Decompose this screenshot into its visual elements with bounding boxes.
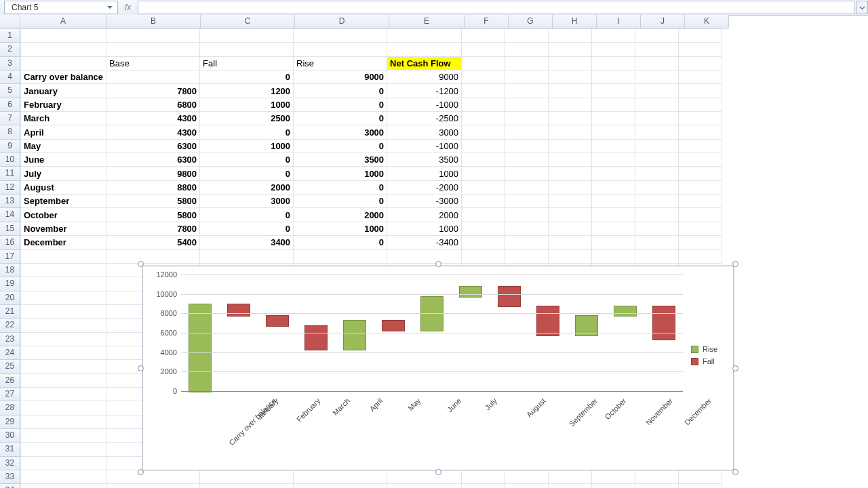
cell[interactable] [294,29,387,43]
cell[interactable] [679,484,722,488]
cell[interactable] [21,443,106,456]
row-header[interactable]: 8 [0,125,20,139]
cell[interactable] [549,29,592,43]
cell[interactable] [635,112,679,125]
cell[interactable]: 5800 [106,208,200,222]
cell[interactable] [679,125,722,139]
row-header[interactable]: 10 [0,153,20,167]
cell[interactable] [106,484,200,488]
cell[interactable] [294,470,387,484]
cell[interactable] [549,222,592,235]
cell[interactable] [294,43,387,56]
row-header[interactable]: 11 [0,167,20,180]
cell[interactable] [462,112,505,125]
cell[interactable]: June [21,153,106,167]
cell[interactable]: 0 [294,195,387,208]
cell[interactable] [21,401,106,415]
row-header[interactable]: 4 [0,70,20,84]
cell[interactable] [679,112,722,125]
cell[interactable]: 9800 [106,167,200,180]
cell[interactable] [679,236,722,249]
cell[interactable] [549,236,592,249]
cell[interactable] [592,125,635,139]
cell[interactable]: 3000 [294,125,387,139]
row-header[interactable]: 17 [0,250,20,264]
cell[interactable] [21,484,106,488]
cell[interactable] [106,29,200,43]
cell[interactable] [679,43,722,56]
cell[interactable] [387,29,462,43]
cell[interactable]: November [21,222,106,235]
cell[interactable]: 4300 [106,112,200,125]
cell[interactable]: 2500 [200,112,294,125]
fx-icon[interactable]: fx [125,3,131,12]
cell[interactable] [592,167,635,180]
cell[interactable] [505,139,549,152]
cell[interactable]: 1000 [387,167,462,180]
cell[interactable] [635,236,679,249]
cell[interactable] [462,125,505,139]
cell[interactable] [505,125,549,139]
cell[interactable] [679,208,722,222]
cell[interactable] [200,470,294,484]
chart-legend[interactable]: Rise Fall [691,341,728,369]
cell[interactable] [505,70,549,84]
cell[interactable] [462,208,505,222]
cell[interactable] [635,180,679,194]
cell[interactable] [106,43,200,56]
cell[interactable]: 8800 [106,180,200,194]
row-header[interactable]: 25 [0,360,20,373]
cell[interactable] [635,43,679,56]
cell[interactable] [462,43,505,56]
cell[interactable]: 0 [200,167,294,180]
cell[interactable] [592,29,635,43]
cell[interactable] [679,222,722,235]
cell[interactable]: 0 [294,112,387,125]
cell[interactable]: -2500 [387,112,462,125]
cell[interactable] [592,236,635,249]
cell[interactable]: 2000 [200,180,294,194]
cell[interactable]: 0 [200,208,294,222]
cell[interactable]: March [21,112,106,125]
cell[interactable]: 1000 [294,167,387,180]
cell[interactable] [635,125,679,139]
row-header[interactable]: 1 [0,29,20,43]
cell[interactable] [549,98,592,111]
cell[interactable] [505,167,549,180]
cell[interactable] [592,249,635,263]
cell[interactable]: 3000 [200,195,294,208]
cell[interactable] [462,29,505,43]
row-header[interactable]: 26 [0,374,20,388]
cell[interactable] [21,373,106,387]
cell[interactable] [592,56,635,70]
cell[interactable] [635,56,679,70]
chart-object[interactable]: 020004000600080001000012000 Carry over b… [142,266,734,470]
cell[interactable] [21,319,106,332]
cell[interactable] [505,29,549,43]
cell[interactable] [592,222,635,235]
cell[interactable]: 3000 [387,125,462,139]
cell[interactable]: 5400 [106,236,200,249]
cell[interactable] [592,180,635,194]
row-header[interactable]: 2 [0,43,20,56]
row-header[interactable]: 33 [0,470,20,484]
cell[interactable] [679,70,722,84]
formula-bar-expand-icon[interactable] [856,1,868,14]
column-header[interactable]: J [641,15,685,28]
cell[interactable] [387,470,462,484]
cell[interactable] [679,29,722,43]
cell[interactable] [21,332,106,346]
cell[interactable] [21,346,106,359]
cell[interactable]: 1000 [387,222,462,235]
cell[interactable] [21,387,106,401]
cell[interactable] [679,139,722,152]
cell[interactable] [635,222,679,235]
cell[interactable] [505,470,549,484]
cell[interactable] [462,139,505,152]
formula-input[interactable] [138,1,854,14]
cell[interactable] [505,195,549,208]
cell[interactable]: -3000 [387,195,462,208]
cell[interactable] [462,98,505,111]
cell[interactable] [635,167,679,180]
cell[interactable] [505,98,549,111]
